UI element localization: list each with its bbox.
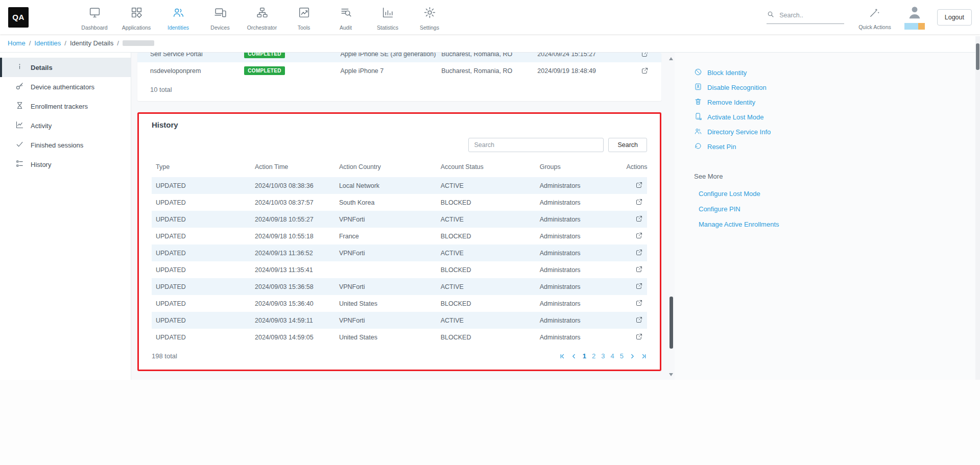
page-scrollbar-thumb[interactable] [976, 43, 979, 70]
nav-item-applications[interactable]: Applications [115, 4, 157, 31]
open-record-icon[interactable] [635, 198, 643, 206]
history-groups: Administrators [536, 329, 623, 346]
last-page-icon[interactable] [641, 353, 647, 359]
history-action-time: 2024/10/03 08:37:57 [251, 194, 335, 211]
nav-item-audit[interactable]: Audit [325, 4, 367, 31]
sidebar-item-activity[interactable]: Activity [0, 116, 131, 135]
scroll-down-arrow-icon[interactable] [669, 373, 673, 376]
history-action-time: 2024/09/18 10:55:27 [251, 211, 335, 228]
open-record-icon[interactable] [635, 282, 643, 290]
page-number[interactable]: 1 [583, 352, 586, 360]
block-icon [694, 68, 702, 78]
open-record-icon[interactable] [635, 299, 643, 307]
nav-item-settings[interactable]: Settings [409, 4, 450, 31]
avatar-person-icon [906, 5, 923, 22]
list-icon [15, 159, 24, 169]
open-record-icon[interactable] [641, 53, 649, 58]
history-action-country: France [335, 228, 437, 244]
panel-item-label: Disable Recognition [707, 84, 767, 91]
history-action-country: VPNForti [335, 278, 437, 295]
session-status: COMPLETED [244, 66, 340, 75]
first-page-icon[interactable] [559, 353, 565, 359]
sidebar-item-finished-sessions[interactable]: Finished sessions [0, 135, 131, 155]
open-record-icon[interactable] [635, 333, 643, 340]
locale-color-orange [918, 23, 925, 30]
sidebar-item-label: Details [31, 64, 53, 71]
panel-item-label: Reset Pin [707, 143, 736, 151]
directory-service-info-link[interactable]: Directory Service Info [694, 125, 980, 139]
block-identity-link[interactable]: Block Identity [694, 65, 980, 80]
statistics-icon [381, 6, 394, 21]
page-scrollbar[interactable] [975, 36, 980, 380]
nav-item-statistics[interactable]: Statistics [367, 4, 409, 31]
scroll-up-arrow-icon[interactable] [669, 57, 673, 60]
redacted-identity-name [123, 40, 154, 46]
session-device: Apple iPhone SE (3rd generation) [340, 53, 441, 58]
history-type: UPDATED [152, 312, 251, 329]
nav-label: Devices [210, 25, 229, 31]
content-scrollbar[interactable] [667, 53, 675, 380]
nav-item-orchestrator[interactable]: Orchestrator [241, 4, 283, 31]
breadcrumb: Home / Identities / Identity Details / [0, 34, 980, 53]
breadcrumb-separator: / [29, 39, 31, 47]
app-logo[interactable]: QA [8, 7, 29, 28]
sidebar-item-device-authenticators[interactable]: Device authenticators [0, 77, 131, 96]
next-page-icon[interactable] [629, 353, 635, 359]
open-record-icon[interactable] [635, 232, 643, 239]
breadcrumb-home-link[interactable]: Home [8, 39, 26, 47]
history-search-button[interactable]: Search [608, 138, 647, 152]
open-record-icon[interactable] [635, 316, 643, 324]
logout-button[interactable]: Logout [937, 9, 972, 26]
panel-item-label: Block Identity [707, 69, 747, 77]
sidebar-item-history[interactable]: History [0, 155, 131, 174]
reset-pin-link[interactable]: Reset Pin [694, 139, 980, 154]
remove-identity-link[interactable]: Remove Identity [694, 95, 980, 110]
history-total: 198 total [152, 352, 177, 360]
prev-page-icon[interactable] [571, 353, 577, 359]
nav-item-identities[interactable]: Identities [157, 4, 199, 31]
configure-lost-mode-link[interactable]: Configure Lost Mode [694, 186, 980, 201]
panel-item-label: Remove Identity [707, 99, 755, 106]
history-type: UPDATED [152, 211, 251, 228]
global-search [767, 10, 844, 24]
global-search-input[interactable] [779, 12, 836, 19]
page-number[interactable]: 5 [620, 352, 624, 360]
history-search-input[interactable] [468, 138, 604, 152]
key-icon [15, 82, 24, 92]
info-icon [15, 62, 24, 72]
open-record-icon[interactable] [635, 265, 643, 273]
breadcrumb-identities-link[interactable]: Identities [34, 39, 61, 47]
quick-actions-button[interactable]: Quick Actions [858, 4, 891, 30]
history-action-country: VPNForti [335, 244, 437, 261]
nav-item-tools[interactable]: Tools [283, 4, 325, 31]
sidebar-item-enrollment-trackers[interactable]: Enrollment trackers [0, 96, 131, 116]
open-record-icon[interactable] [635, 249, 643, 256]
history-row: UPDATED 2024/09/18 10:55:18 France BLOCK… [152, 228, 647, 244]
session-time: 2024/09/24 15:15:27 [537, 53, 641, 58]
detail-sidebar: Details Device authenticators Enrollment… [0, 53, 131, 380]
nav-item-dashboard[interactable]: Dashboard [74, 4, 115, 31]
disable-recognition-link[interactable]: Disable Recognition [694, 80, 980, 95]
history-action-time: 2024/09/03 14:59:05 [251, 329, 335, 346]
history-header-row: Type Action Time Action Country Account … [152, 158, 647, 177]
history-groups: Administrators [536, 278, 623, 295]
history-action-time: 2024/09/13 11:35:41 [251, 261, 335, 278]
panel-item-label: Directory Service Info [707, 128, 771, 136]
nav-label: Dashboard [81, 25, 107, 31]
sidebar-item-details[interactable]: Details [0, 58, 131, 77]
activate-lost-mode-link[interactable]: Activate Lost Mode [694, 110, 980, 125]
status-badge: COMPLETED [244, 53, 284, 58]
manage-active-enrollments-link[interactable]: Manage Active Enrollments [694, 216, 980, 232]
page-number[interactable]: 4 [611, 352, 614, 360]
configure-pin-link[interactable]: Configure PIN [694, 201, 980, 216]
scrollbar-thumb[interactable] [670, 297, 673, 349]
page-number[interactable]: 2 [592, 352, 595, 360]
user-avatar[interactable] [904, 5, 925, 30]
page-number[interactable]: 3 [601, 352, 605, 360]
open-record-icon[interactable] [641, 67, 649, 75]
nav-item-devices[interactable]: Devices [199, 4, 241, 31]
open-record-icon[interactable] [635, 181, 643, 189]
history-action-country: South Korea [335, 194, 437, 211]
open-record-icon[interactable] [635, 215, 643, 223]
devices-icon [214, 6, 227, 21]
